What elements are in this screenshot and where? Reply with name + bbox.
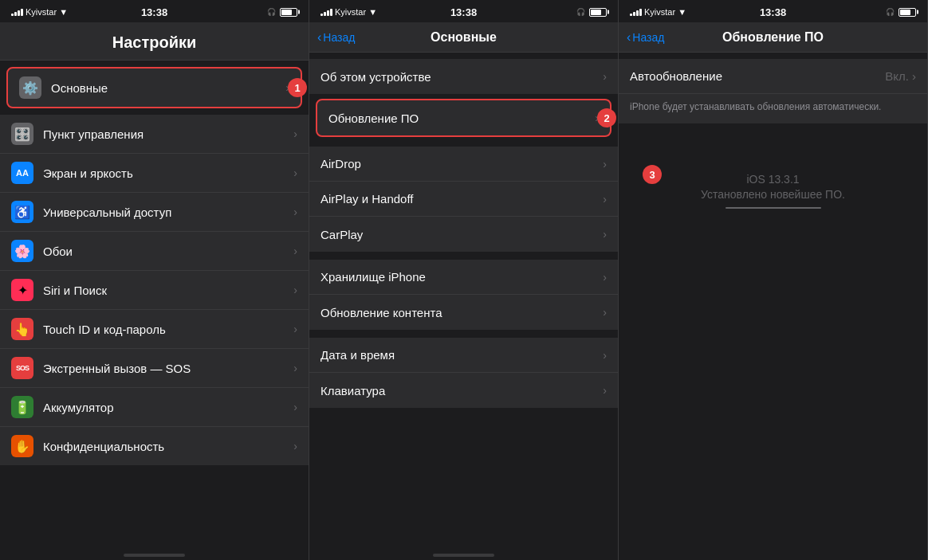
update-label: Обновление ПО xyxy=(328,112,595,125)
content-update-label: Обновление контента xyxy=(320,306,603,319)
status-right-3: 🎧 xyxy=(886,8,916,17)
highlighted-osnov[interactable]: ⚙️ Основные › 1 xyxy=(6,67,302,108)
wallpaper-label: Обои xyxy=(43,245,293,258)
carrier-2: Kyivstar ▼ xyxy=(320,7,377,17)
settings-item-osnov[interactable]: ⚙️ Основные › xyxy=(8,69,301,107)
update-title: Обновление ПО xyxy=(722,30,824,45)
general-section-5: Дата и время › Клавиатура › xyxy=(309,338,618,408)
scroll-indicator-1 xyxy=(124,554,185,557)
status-bar-2: Kyivstar ▼ 13:38 🎧 xyxy=(309,0,618,22)
access-label: Универсальный доступ xyxy=(43,206,293,219)
screen-icon: AA xyxy=(11,162,33,184)
battery-icon-settings: 🔋 xyxy=(11,396,33,418)
panel-general: Kyivstar ▼ 13:38 🎧 ‹ Назад Основные Об э… xyxy=(309,0,619,560)
airplay-label: AirPlay и Handoff xyxy=(320,192,603,206)
update-content-area: Автообновление Вкл. › iPhone будет устан… xyxy=(619,53,927,560)
general-item-content-update[interactable]: Обновление контента › xyxy=(309,295,618,330)
battery-1 xyxy=(280,8,297,17)
status-bar-3: Kyivstar ▼ 13:38 🎧 xyxy=(619,0,927,22)
signal-1 xyxy=(11,8,23,16)
auto-update-value: Вкл. › xyxy=(885,69,916,83)
general-section-1: Об этом устройстве › xyxy=(309,59,618,94)
keyboard-label: Клавиатура xyxy=(320,384,603,397)
general-item-keyboard[interactable]: Клавиатура › xyxy=(309,373,618,408)
osnov-label: Основные xyxy=(51,81,285,95)
carplay-label: CarPlay xyxy=(320,228,603,241)
general-nav-header: ‹ Назад Основные xyxy=(309,22,618,53)
battery-3 xyxy=(899,8,916,17)
settings-item-siri[interactable]: ✦ Siri и Поиск › xyxy=(0,271,309,310)
settings-title: Настройки xyxy=(11,33,297,52)
back-chevron-3: ‹ xyxy=(627,30,631,45)
general-item-about[interactable]: Об этом устройстве › xyxy=(309,59,618,94)
sos-icon: SOS xyxy=(11,357,33,379)
settings-item-privacy[interactable]: ✋ Конфиденциальность › xyxy=(0,427,309,465)
settings-content[interactable]: ⚙️ Основные › 1 🎛️ Пункт управления › AA… xyxy=(0,61,309,552)
settings-item-sos[interactable]: SOS Экстренный вызов — SOS › xyxy=(0,349,309,388)
auto-update-description: iPhone будет устанавливать обновления ав… xyxy=(630,101,881,112)
general-item-update[interactable]: Обновление ПО › xyxy=(317,100,610,135)
control-label: Пункт управления xyxy=(43,127,293,141)
highlighted-update[interactable]: Обновление ПО › 2 xyxy=(316,99,611,137)
update-nav-header: ‹ Назад Обновление ПО xyxy=(619,22,927,53)
settings-item-wallpaper[interactable]: 🌸 Обои › xyxy=(0,232,309,271)
general-item-airplay[interactable]: AirPlay и Handoff › xyxy=(309,182,618,217)
panel-settings: Kyivstar ▼ 13:38 🎧 Настройки ⚙️ Основные… xyxy=(0,0,309,560)
osnov-icon: ⚙️ xyxy=(19,76,41,99)
control-icon: 🎛️ xyxy=(11,123,33,145)
back-label-3: Назад xyxy=(632,31,664,44)
battery-label: Аккумулятор xyxy=(43,401,293,414)
wallpaper-icon: 🌸 xyxy=(11,240,33,262)
time-1: 13:38 xyxy=(141,6,167,18)
status-right-1: 🎧 xyxy=(267,8,297,17)
back-label-2: Назад xyxy=(323,31,355,44)
panel-software-update: Kyivstar ▼ 13:38 🎧 ‹ Назад Обновление ПО… xyxy=(619,0,928,560)
touchid-label: Touch ID и код-пароль xyxy=(43,323,293,336)
settings-item-control[interactable]: 🎛️ Пункт управления › xyxy=(0,115,309,154)
screen-label: Экран и яркость xyxy=(43,166,293,180)
touchid-icon: 👆 xyxy=(11,318,33,340)
sos-label: Экстренный вызов — SOS xyxy=(43,362,293,375)
general-content[interactable]: Об этом устройстве › Обновление ПО › 2 A… xyxy=(309,53,618,552)
version-line xyxy=(725,207,821,209)
general-item-storage[interactable]: Хранилище iPhone › xyxy=(309,260,618,295)
access-icon: ♿ xyxy=(11,201,33,223)
storage-label: Хранилище iPhone xyxy=(320,270,603,284)
back-chevron-2: ‹ xyxy=(317,30,321,45)
auto-update-section: Автообновление Вкл. › iPhone будет устан… xyxy=(619,59,927,123)
version-text: iOS 13.3.1 xyxy=(746,173,799,186)
signal-2 xyxy=(320,8,332,16)
auto-update-label: Автообновление xyxy=(630,69,885,83)
step-badge-1: 1 xyxy=(288,78,307,97)
time-3: 13:38 xyxy=(760,6,786,18)
scroll-indicator-2 xyxy=(433,554,494,557)
status-bar-1: Kyivstar ▼ 13:38 🎧 xyxy=(0,0,309,22)
settings-item-touchid[interactable]: 👆 Touch ID и код-пароль › xyxy=(0,310,309,349)
general-item-carplay[interactable]: CarPlay › xyxy=(309,217,618,252)
about-label: Об этом устройстве xyxy=(320,70,603,84)
settings-item-battery[interactable]: 🔋 Аккумулятор › xyxy=(0,388,309,427)
auto-update-item[interactable]: Автообновление Вкл. › xyxy=(619,59,927,94)
settings-item-screen[interactable]: AA Экран и яркость › xyxy=(0,154,309,193)
general-section-4: Хранилище iPhone › Обновление контента › xyxy=(309,260,618,330)
siri-icon: ✦ xyxy=(11,279,33,301)
settings-section-2: 🎛️ Пункт управления › AA Экран и яркость… xyxy=(0,115,309,465)
step-badge-2: 2 xyxy=(597,108,616,127)
settings-header: Настройки xyxy=(0,22,309,61)
step-badge-3-container: 3 xyxy=(643,165,662,184)
siri-label: Siri и Поиск xyxy=(43,284,293,297)
general-item-airdrop[interactable]: AirDrop › xyxy=(309,147,618,182)
general-section-3: AirDrop › AirPlay и Handoff › CarPlay › xyxy=(309,147,618,252)
datetime-label: Дата и время xyxy=(320,348,603,362)
privacy-icon: ✋ xyxy=(11,435,33,457)
back-from-general[interactable]: ‹ Назад xyxy=(317,30,355,45)
signal-3 xyxy=(630,8,642,16)
battery-2 xyxy=(589,8,607,17)
version-status: Установлено новейшее ПО. xyxy=(701,188,845,201)
back-from-update[interactable]: ‹ Назад xyxy=(627,30,664,45)
settings-item-access[interactable]: ♿ Универсальный доступ › xyxy=(0,193,309,232)
step-badge-3: 3 xyxy=(643,165,662,184)
general-item-datetime[interactable]: Дата и время › xyxy=(309,338,618,373)
carrier-3: Kyivstar ▼ xyxy=(630,7,686,17)
status-right-2: 🎧 xyxy=(576,8,607,17)
